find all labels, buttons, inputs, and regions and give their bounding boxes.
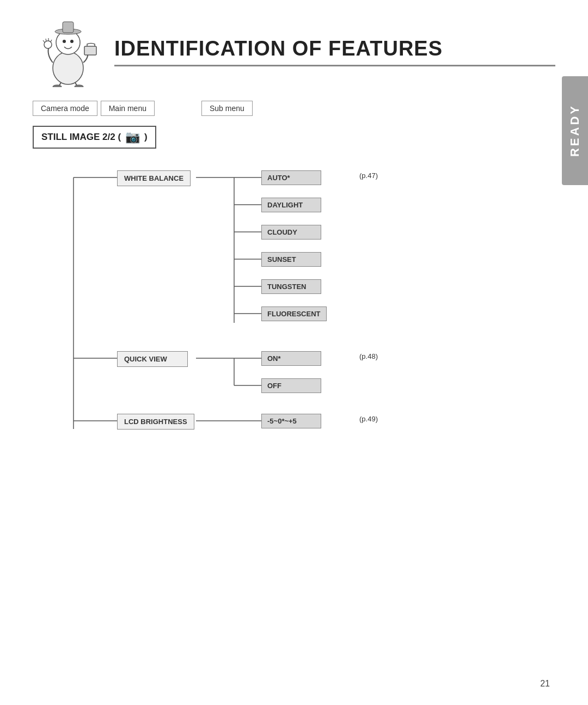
still-image-label: STILL IMAGE 2/2 ( 📷 ) bbox=[33, 126, 156, 149]
sub-fluorescent-label: FLUORESCENT bbox=[261, 306, 327, 321]
quick-view-menu: QUICK VIEW bbox=[117, 351, 188, 367]
sub-on: ON* bbox=[261, 351, 321, 366]
page-title: IDENTIFICATION OF FEATURES bbox=[114, 37, 555, 60]
sub-off-label: OFF bbox=[261, 378, 321, 393]
title-area: IDENTIFICATION OF FEATURES bbox=[103, 37, 555, 66]
header: IDENTIFICATION OF FEATURES bbox=[33, 16, 555, 87]
svg-line-13 bbox=[51, 40, 52, 42]
still-image-text: STILL IMAGE 2/2 ( bbox=[41, 132, 121, 143]
svg-line-11 bbox=[46, 39, 46, 41]
side-tab-label: READY bbox=[568, 104, 582, 157]
bc-sub-menu: Sub menu bbox=[201, 101, 253, 116]
still-image-close-paren: ) bbox=[144, 132, 148, 143]
page-number: 21 bbox=[540, 679, 550, 689]
content-area: Camera mode Main menu Sub menu STILL IMA… bbox=[33, 101, 544, 467]
white-balance-label: WHITE BALANCE bbox=[117, 170, 191, 186]
sub-on-label: ON* bbox=[261, 351, 321, 366]
sub-lcd-range-label: -5~0*~+5 bbox=[261, 414, 321, 428]
svg-rect-6 bbox=[84, 46, 96, 55]
wb-page-ref: (p.47) bbox=[359, 171, 378, 180]
bc-main-menu: Main menu bbox=[101, 101, 155, 116]
svg-point-4 bbox=[63, 40, 66, 43]
svg-rect-3 bbox=[63, 22, 74, 33]
sub-lcd-range: -5~0*~+5 bbox=[261, 414, 321, 428]
sub-daylight-label: DAYLIGHT bbox=[261, 198, 321, 212]
title-underline bbox=[114, 65, 555, 66]
sub-tungsten: TUNGSTEN bbox=[261, 279, 321, 294]
sub-cloudy-label: CLOUDY bbox=[261, 225, 321, 240]
page-ref-lcd: (p.49) bbox=[354, 414, 378, 424]
lcd-page-ref: (p.49) bbox=[359, 415, 378, 423]
svg-point-7 bbox=[53, 85, 62, 87]
bc-camera-mode: Camera mode bbox=[33, 101, 97, 116]
quick-view-label: QUICK VIEW bbox=[117, 351, 188, 367]
sub-auto-label: AUTO* bbox=[261, 170, 321, 185]
side-tab: READY bbox=[562, 76, 588, 185]
svg-point-5 bbox=[70, 40, 74, 43]
sub-sunset: SUNSET bbox=[261, 252, 321, 267]
mascot-image bbox=[33, 16, 103, 87]
sub-tungsten-label: TUNGSTEN bbox=[261, 279, 321, 294]
page-ref-wb: (p.47) bbox=[354, 170, 378, 180]
sub-daylight: DAYLIGHT bbox=[261, 198, 321, 212]
qv-page-ref: (p.48) bbox=[359, 352, 378, 360]
lcd-brightness-menu: LCD BRIGHTNESS bbox=[117, 414, 194, 430]
breadcrumb-row: Camera mode Main menu Sub menu bbox=[33, 101, 544, 116]
sub-off: OFF bbox=[261, 378, 321, 393]
svg-line-10 bbox=[43, 40, 45, 42]
sub-auto: AUTO* bbox=[261, 170, 321, 185]
svg-point-9 bbox=[44, 41, 52, 48]
lcd-brightness-label: LCD BRIGHTNESS bbox=[117, 414, 194, 430]
svg-point-0 bbox=[53, 52, 83, 84]
page-ref-qv: (p.48) bbox=[354, 351, 378, 361]
svg-point-8 bbox=[75, 85, 83, 87]
sub-sunset-label: SUNSET bbox=[261, 252, 321, 267]
white-balance-menu: WHITE BALANCE bbox=[117, 170, 191, 186]
sub-cloudy: CLOUDY bbox=[261, 225, 321, 240]
tree-diagram: WHITE BALANCE AUTO* (p.47) DAYLIGHT CLOU… bbox=[33, 168, 544, 467]
sub-fluorescent: FLUORESCENT bbox=[261, 306, 327, 321]
camera-icon: 📷 bbox=[125, 130, 140, 144]
